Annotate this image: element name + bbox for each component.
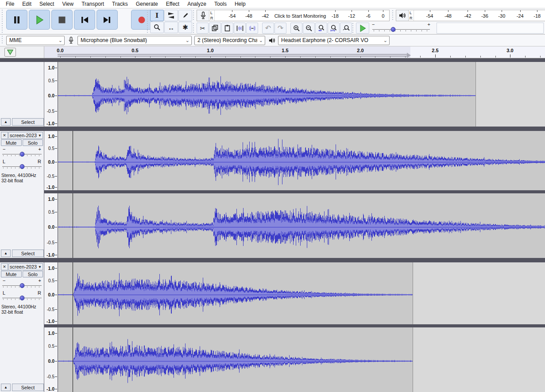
skip-to-end-button[interactable] [97,10,118,30]
timeline-ruler[interactable]: 0.00.51.01.52.02.53.0 [44,46,545,58]
track-2-left-waveform[interactable] [58,131,545,190]
fit-selection-button[interactable] [315,23,327,34]
device-toolbar-grabber[interactable] [2,36,4,45]
menu-item-tools[interactable]: Tools [210,0,231,8]
playback-speed-slider[interactable]: − + [371,23,431,34]
tools-toolbar-grabber[interactable] [147,10,149,33]
menu-item-file[interactable]: File [2,0,18,8]
transport-toolbar-grabber[interactable] [2,10,4,33]
silence-audio-button[interactable] [246,23,258,34]
track-2-gain-slider[interactable]: − + [2,146,42,158]
collapse-track-button[interactable]: ▲ [1,250,11,257]
recording-meter-scale[interactable]: -54-48-42-18-12-60Click to Start Monitor… [215,10,389,21]
track-1-waveform[interactable] [58,62,545,127]
menu-item-help[interactable]: Help [231,0,250,8]
undo-button[interactable]: ↶ [262,23,274,34]
ruler-tick [55,123,57,124]
timeline-options-button[interactable] [4,48,16,57]
menu-item-view[interactable]: View [58,0,77,8]
zoom-toggle-button[interactable] [340,23,352,34]
play-at-speed-button[interactable] [356,23,369,34]
multi-tool-icon: ✱ [182,23,188,31]
record-meter-button[interactable] [197,10,209,21]
menu-item-effect[interactable]: Effect [162,0,183,8]
playback-meter-grabber[interactable] [392,10,394,20]
zoom-in-button[interactable] [290,23,302,34]
track-3-left-waveform[interactable] [58,262,545,324]
play-button[interactable] [29,10,50,30]
close-track-button[interactable]: ✕ [1,263,8,270]
track-2-control-panel[interactable]: ✕ screen-2023 ▼ Mute Solo − + L R [0,131,44,258]
selection-tool-button[interactable]: I [150,10,164,21]
track-3-gain-slider[interactable]: − + [2,278,42,290]
timeshift-tool-button[interactable]: ↔ [164,22,178,33]
track-3-right-vertical-ruler[interactable]: 1.00.50.0-0.5-1.0 [44,327,58,392]
menu-item-transport[interactable]: Transport [77,0,108,8]
edit-toolbar-grabber[interactable] [193,23,195,33]
zoom-out-button[interactable] [303,23,315,34]
close-track-button[interactable]: ✕ [1,132,8,139]
track-2-right-waveform[interactable] [58,193,545,258]
pan-slider-thumb[interactable] [19,164,24,169]
audio-host-dropdown[interactable]: MME ⌄ [6,36,65,45]
recording-device-dropdown[interactable]: Microphone (Blue Snowball) ⌄ [77,36,192,45]
track-3-title-dropdown[interactable]: screen-2023 ▼ [8,263,43,270]
track-2-solo-button[interactable]: Solo [23,139,43,146]
skip-to-start-button[interactable] [74,10,95,30]
pan-slider-thumb[interactable] [19,296,24,300]
track-3-select-button[interactable]: Select [12,384,44,391]
playback-meter-button[interactable] [396,10,409,21]
recording-meter-grabber[interactable] [193,10,195,20]
draw-tool-button[interactable] [178,10,192,21]
zoom-tool-button[interactable] [150,22,164,33]
collapse-track-button[interactable]: ▲ [1,384,11,391]
trim-audio-button[interactable] [234,23,246,34]
track-2-title-dropdown[interactable]: screen-2023 ▼ [8,132,43,139]
track-1-select-button[interactable]: Select [12,118,44,126]
track-1-vertical-ruler[interactable]: 1.00.50.0-0.5-1.0 [44,62,58,127]
track-3-control-panel[interactable]: ✕ screen-2023 ▼ Mute Solo − + L R [0,262,44,392]
stop-button[interactable] [51,10,73,30]
pause-button[interactable] [6,10,27,30]
track-2-pan-slider[interactable]: L R [2,159,42,171]
redo-button[interactable]: ↷ [274,23,286,34]
menu-item-analyze[interactable]: Analyze [183,0,210,8]
track-3-left-vertical-ruler[interactable]: 1.00.50.0-0.5-1.0 [44,262,58,324]
paste-button[interactable] [221,23,233,34]
envelope-tool-button[interactable] [164,10,178,21]
menu-item-edit[interactable]: Edit [18,0,35,8]
recording-meter-toolbar[interactable]: L R -54-48-42-18-12-60Click to Start Mon… [197,10,390,21]
speed-slider-thumb[interactable] [391,27,396,32]
monitor-prompt-text[interactable]: Click to Start Monitoring [274,13,326,19]
timeline-corner [0,46,44,58]
menu-item-tracks[interactable]: Tracks [108,0,132,8]
playback-device-dropdown[interactable]: Headset Earphone (2- CORSAIR VO ⌄ [278,36,390,45]
collapse-track-button[interactable]: ▲ [1,118,11,126]
track-3-solo-button[interactable]: Solo [23,271,43,277]
magnifier-icon [154,24,161,31]
sample-rate-text: Stereo, 44100Hz [1,173,44,178]
playback-meter-toolbar[interactable]: L R -54-48-42-36-30-24-18 [396,10,545,21]
play-speed-grabber[interactable] [352,23,355,33]
menu-item-generate[interactable]: Generate [132,0,162,8]
track-1-control-panel[interactable]: ▲ Select [0,62,44,127]
track-2-right-vertical-ruler[interactable]: 1.00.50.0-0.5-1.0 [44,193,58,258]
gain-slider-thumb[interactable] [19,152,24,157]
track-2-mute-button[interactable]: Mute [1,139,22,146]
multi-tool-button[interactable]: ✱ [178,22,192,33]
track-3-mute-button[interactable]: Mute [1,271,22,277]
track-3-right-waveform[interactable] [58,327,545,392]
menu-item-select[interactable]: Select [35,0,58,8]
fit-project-button[interactable] [328,23,340,34]
recording-channels-dropdown[interactable]: 2 (Stereo) Recording Chann ⌄ [194,36,265,45]
gain-slider-thumb[interactable] [19,283,24,288]
gain-minus-label: − [3,278,5,283]
track-3-pan-slider[interactable]: L R [2,290,42,302]
playback-meter-scale[interactable]: -54-48-42-36-30-24-18 [414,10,545,21]
cut-button[interactable]: ✂ [197,23,209,34]
track-2-left-vertical-ruler[interactable]: 1.00.50.0-0.5-1.0 [44,131,58,190]
quick-play-bar[interactable] [58,54,407,57]
timeline[interactable]: 0.00.51.01.52.02.53.0 [0,46,545,58]
track-2-select-button[interactable]: Select [12,250,44,257]
copy-button[interactable] [209,23,221,34]
